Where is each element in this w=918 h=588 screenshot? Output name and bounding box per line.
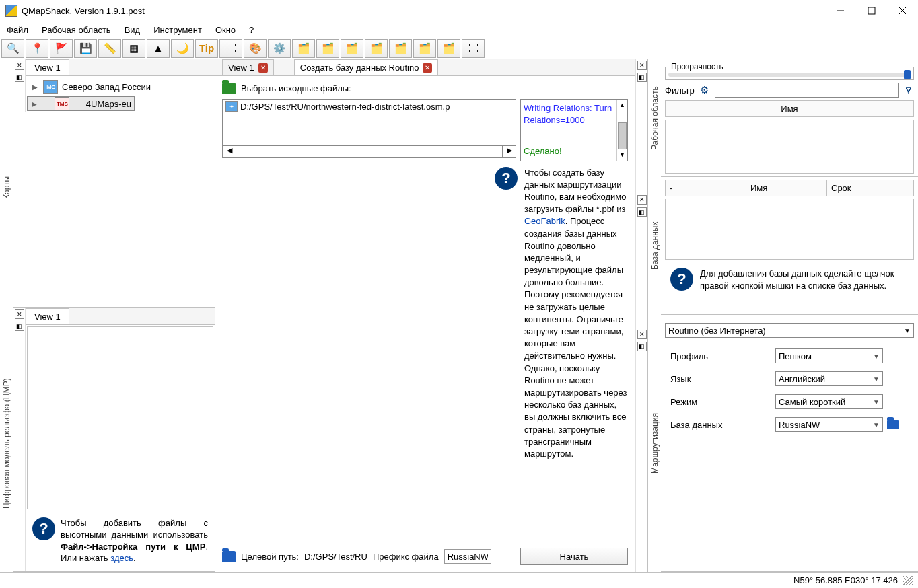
toolbar-save-icon[interactable]: 💾 [74,39,97,58]
svg-rect-1 [868,7,875,14]
tab-routino-close-icon[interactable]: ✕ [423,63,432,73]
db-pin-icon[interactable]: ◧ [637,207,647,217]
log-scroll-up-icon[interactable]: ▲ [617,100,627,110]
dem-close-icon[interactable]: ✕ [15,309,24,319]
vtab-database[interactable]: База данных [648,177,661,315]
toolbar-flag-icon[interactable]: 🚩 [50,39,73,58]
toolbar-zoom-icon[interactable]: 🔍 [1,39,24,58]
map-item-4umaps[interactable]: ▶ TMS 4UMaps-eu [27,96,135,111]
log-scroll-down-icon[interactable]: ▼ [617,150,627,161]
toolbar-stack2-icon[interactable]: 🗂️ [316,39,339,58]
close-button[interactable] [887,1,918,21]
toolbar-daynight-icon[interactable]: 🌙 [171,39,194,58]
tab-view1[interactable]: View 1 ✕ [222,59,274,75]
target-path-label: Целевой путь: [241,552,299,562]
status-bar: N59° 56.885 E030° 17.426 [0,572,918,588]
rt-close-icon[interactable]: ✕ [637,330,647,339]
transparency-fieldset: Прозрачность [665,62,914,80]
db-question-icon: ? [670,268,693,291]
toolbar-addgps-icon[interactable]: 📍 [26,39,48,58]
toolbar-gear-icon[interactable]: ⚙️ [268,39,291,58]
file-list-scrollbar[interactable]: ◀ ▶ [222,146,516,158]
toolbar-minmax-icon[interactable]: ⛶ [219,39,242,58]
resize-grip-icon[interactable] [903,576,913,585]
toolbar-tip-icon[interactable]: Tip [195,39,218,58]
expand-icon[interactable]: ▶ [30,100,38,108]
toolbar-stack3-icon[interactable]: 🗂️ [341,39,363,58]
toolbar-north-icon[interactable]: ▲ [147,39,170,58]
transparency-slider[interactable] [668,73,911,77]
title-bar: QMapShack, Version 1.9.1.post [0,0,918,22]
workspace-list[interactable] [665,120,914,174]
select-source-folder-icon[interactable] [222,83,236,94]
rt-pin-icon[interactable]: ◧ [637,342,647,351]
menu-help[interactable]: ? [249,25,254,35]
db-close-icon[interactable]: ✕ [637,195,647,205]
source-file-list[interactable]: ✦ D:/GPS/Test/RU/northwestern-fed-distri… [222,99,516,146]
toolbar-stack6-icon[interactable]: 🗂️ [413,39,436,58]
menu-tool[interactable]: Инструмент [153,25,202,35]
source-file-item[interactable]: ✦ D:/GPS/Test/RU/northwestern-fed-distri… [223,100,516,113]
start-button[interactable]: Начать [520,548,628,565]
menu-file[interactable]: Файл [7,25,28,35]
info-post: . Процесс создания базы данных Routino д… [524,216,627,459]
maximize-button[interactable] [856,1,887,21]
coordinates: N59° 56.885 E030° 17.426 [793,575,898,585]
vtab-workspace[interactable]: Рабочая область [648,59,661,177]
profile-select[interactable]: Пешком▼ [775,348,883,363]
tab-view1-close-icon[interactable]: ✕ [258,63,268,73]
vtab-routing[interactable]: Маршрутизация [648,315,661,572]
img-badge-icon: IMG [43,80,58,94]
dropdown-icon: ▼ [873,353,880,360]
prefix-label: Префикс файла [373,552,439,562]
filter-gear-icon[interactable]: ⚙ [699,84,711,96]
ws-close-icon[interactable]: ✕ [637,61,647,70]
ws-pin-icon[interactable]: ◧ [637,73,647,82]
prefix-input[interactable] [444,549,491,564]
database-folder-icon[interactable] [887,420,899,429]
build-log: Writing Relations: Turn Relations=1000 С… [520,99,628,161]
toolbar-ruler-icon[interactable]: 📏 [98,39,121,58]
log-scrollbar[interactable]: ▲ ▼ [616,100,627,161]
toolbar-stack5-icon[interactable]: 🗂️ [389,39,412,58]
dem-pin-icon[interactable]: ◧ [15,322,24,331]
minimize-button[interactable] [825,1,856,21]
toolbar-grid-icon[interactable]: ▦ [122,39,145,58]
toolbar-stack7-icon[interactable]: 🗂️ [437,39,460,58]
menu-workspace[interactable]: Рабочая область [42,25,111,35]
toolbar-stack4-icon[interactable]: 🗂️ [365,39,388,58]
scroll-right-icon[interactable]: ▶ [502,146,516,157]
vtab-dem[interactable]: Цифровая модель рельефа (ЦМР) [0,316,13,572]
mode-select[interactable]: Самый короткий▼ [775,394,883,409]
db-list[interactable] [665,199,914,260]
filter-label: Фильтр [665,85,695,96]
map-item-nw-russia[interactable]: ▶ IMG Северо Запад России [27,77,213,96]
maps-close-icon[interactable]: ✕ [15,61,24,70]
dem-here-link[interactable]: здесь [110,553,133,563]
menu-view[interactable]: Вид [125,25,141,35]
toolbar-fullscreen-icon[interactable]: ⛶ [462,39,485,58]
geofabrik-link[interactable]: GeoFabrik [524,216,565,226]
left-vertical-tabs: Карты Цифровая модель рельефа (ЦМР) [0,59,13,572]
tab-routino-db[interactable]: Создать базу данных Routino ✕ [294,59,439,75]
filter-input[interactable] [715,83,899,98]
maps-view-tab[interactable]: View 1 [26,59,69,75]
database-select[interactable]: RussiaNW▼ [775,417,883,432]
log-scroll-thumb[interactable] [618,122,627,149]
expand-icon[interactable]: ▶ [31,83,39,91]
db-header: - Имя Срок [665,180,914,196]
question-icon: ? [32,517,55,540]
language-label: Язык [670,374,771,384]
maps-pin-icon[interactable]: ◧ [15,73,24,82]
scroll-left-icon[interactable]: ◀ [223,146,236,157]
filter-funnel-icon[interactable]: ⛛ [903,85,914,96]
toolbar-stack1-icon[interactable]: 🗂️ [292,39,315,58]
mode-label: Режим [670,397,771,407]
router-select[interactable]: Routino (без Интернета)▼ [665,323,914,338]
toolbar-palette-icon[interactable]: 🎨 [244,39,267,58]
vtab-maps[interactable]: Карты [0,59,13,316]
language-select[interactable]: Английский▼ [775,371,883,386]
menu-window[interactable]: Окно [215,25,236,35]
target-folder-icon[interactable] [222,551,236,562]
dem-view-tab[interactable]: View 1 [26,308,69,324]
